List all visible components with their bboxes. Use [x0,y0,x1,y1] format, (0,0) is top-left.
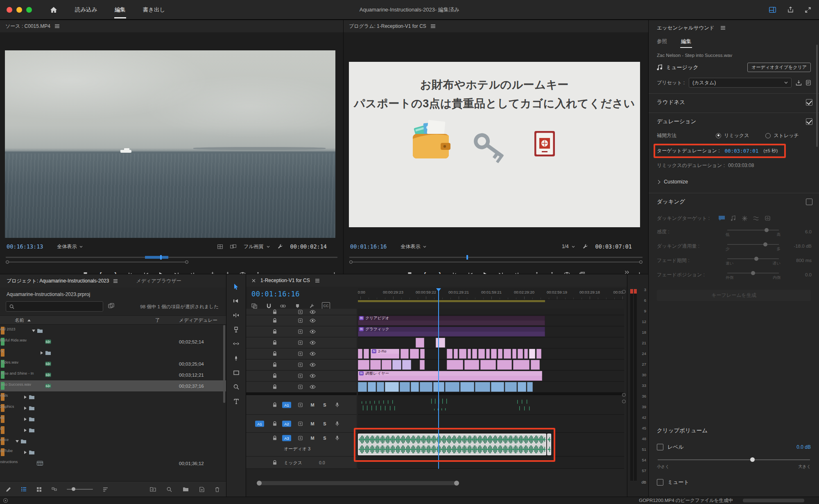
sync-lock-icon[interactable] [296,385,304,389]
track-lane-a1[interactable] [358,395,624,415]
column-name[interactable]: 名前 [15,317,31,323]
lock-track-icon[interactable] [271,402,279,407]
lock-track-icon[interactable] [271,310,279,314]
fx-badge[interactable]: fx [359,316,364,320]
timeline-clip[interactable] [536,349,541,359]
remix-radio-label[interactable]: リミックス [724,132,749,139]
zoom-handle-left[interactable] [6,260,9,264]
project-row[interactable]: Young Rich Pixies - Rise and Shine - In0… [0,369,226,380]
slider-handle[interactable] [754,257,758,261]
zoom-handle-right[interactable] [185,260,188,264]
chevron-down-icon[interactable] [14,440,20,443]
program-zoom-select[interactable]: 全体表示 [400,243,426,250]
timeline-clip[interactable] [377,382,384,392]
sequence-tab-label[interactable]: 1-Reception-V1 for CS [260,278,310,283]
toggle-track-output-icon[interactable] [308,330,317,334]
razor-tool[interactable] [230,325,242,334]
project-row[interactable]: Motion Graphics [0,402,226,414]
timeline-clip[interactable] [447,360,463,370]
timeline-clip[interactable] [358,360,369,370]
timeline-clip[interactable]: fx2-Re [371,349,399,359]
zoom-handle-right[interactable] [639,260,643,264]
timeline-clip[interactable] [527,382,533,392]
zoom-handle-left[interactable] [349,260,353,264]
lock-track-icon[interactable] [271,460,279,465]
toggle-track-output-icon[interactable] [308,319,317,323]
menu-edit[interactable]: 編集 [114,5,126,15]
pen-tool[interactable] [230,353,242,363]
chevron-right-icon[interactable] [38,351,45,355]
track-target-a3[interactable]: A3 [282,435,291,441]
timeline-clip[interactable] [517,397,531,414]
timeline-clip[interactable] [464,360,479,370]
timeline-clip[interactable] [529,349,535,359]
tab-edit[interactable]: 編集 [681,38,691,45]
track-target-a2[interactable]: A2 [282,420,291,427]
timeline-clip[interactable] [433,382,444,392]
zoom-knob-icon[interactable] [622,393,626,397]
solo-track-button[interactable]: S [321,421,329,426]
zoom-slider-handle[interactable] [72,487,75,491]
timeline-clip[interactable] [358,434,546,455]
menu-export[interactable]: 書き出し [143,5,166,15]
toggle-track-output-icon[interactable] [308,341,317,345]
slider-track-area[interactable]: 外側内側 [726,270,781,279]
slider-track[interactable] [727,244,779,245]
chevron-right-icon[interactable] [22,418,29,421]
timeline-clip[interactable] [486,349,490,359]
timeline-clip[interactable] [480,360,496,370]
fx-badge[interactable]: fx [359,371,364,375]
source-video-frame[interactable] [5,50,335,238]
timeline-clip[interactable] [364,349,369,359]
new-search-bin-icon[interactable] [150,487,156,492]
voiceover-record-icon[interactable] [333,421,341,426]
project-row[interactable]: SFX [0,347,226,358]
mute-track-button[interactable]: M [308,402,317,407]
loudness-checkbox[interactable] [806,99,812,106]
project-row[interactable]: Texts [0,414,226,425]
lock-track-icon[interactable] [271,351,279,356]
source-scrubber[interactable] [6,256,337,263]
timeline-clip[interactable] [460,382,474,392]
solo-track-button[interactable]: S [321,436,329,441]
sync-lock-icon[interactable] [296,341,304,345]
timeline-clip[interactable] [411,382,419,392]
solo-track-button[interactable]: S [321,402,329,407]
target-duration-value[interactable]: 00:03:07:01 [724,148,758,154]
new-item-icon[interactable] [199,487,204,492]
timeline-clip[interactable] [518,349,523,359]
tab-project[interactable]: プロジェクト: Aquamarine-Instructionals-2023 [7,278,118,285]
duration-checkbox[interactable] [806,118,812,125]
more-chevron-icon[interactable] [624,268,630,274]
sync-lock-icon[interactable] [296,330,304,334]
timeline-clip[interactable] [498,349,502,359]
search-options-icon[interactable] [108,303,114,309]
timeline-clip[interactable] [491,349,497,359]
step-forward-icon[interactable] [498,270,504,274]
sync-lock-icon[interactable] [296,352,304,356]
insert-icon[interactable] [209,270,216,274]
scrollbar-right-handle[interactable] [454,481,459,486]
fx-badge[interactable]: fx [372,349,376,353]
zoom-slider[interactable] [67,489,93,490]
sync-lock-icon[interactable] [296,436,304,441]
mark-out-icon[interactable]: } [437,270,443,274]
timeline-clip[interactable] [431,397,447,414]
customize-row[interactable]: Customize [649,176,819,187]
slider-handle[interactable] [751,271,755,275]
work-area-bar[interactable] [358,300,545,302]
step-forward-icon[interactable] [173,270,180,274]
timeline-clip[interactable] [400,349,409,359]
timeline-clip[interactable] [385,382,399,392]
source-current-timecode[interactable]: 00:16:13:13 [7,243,43,250]
timeline-clip[interactable] [497,360,512,370]
slider-value[interactable]: 0.0 [781,272,812,277]
timeline-clip[interactable] [358,382,367,392]
timeline-clip[interactable] [454,349,458,359]
timeline-clip[interactable] [392,360,401,370]
ripple-edit-tool[interactable] [230,310,242,320]
multi-camera-icon[interactable] [579,270,586,274]
settings-wrench-icon[interactable] [277,244,283,249]
timeline-clip[interactable] [382,360,391,370]
chevron-down-icon[interactable] [30,330,37,332]
